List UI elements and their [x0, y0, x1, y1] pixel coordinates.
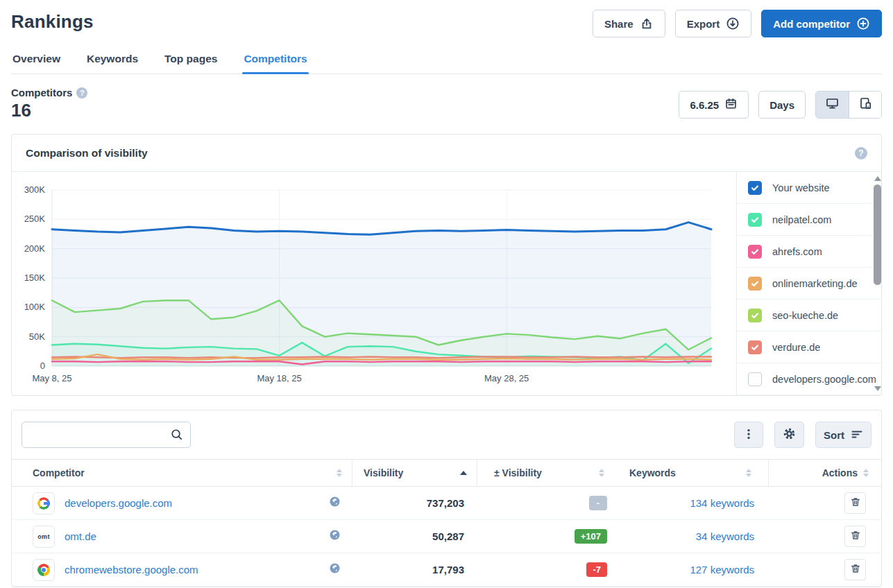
delete-button[interactable] — [844, 559, 866, 580]
add-competitor-label: Add competitor — [773, 18, 850, 30]
competitors-count-value: 16 — [11, 100, 87, 121]
visibility-chart: 300K250K200K150K100K50K0May 8, 25May 18,… — [12, 172, 736, 395]
legend-item[interactable]: neilpatel.com — [737, 204, 883, 236]
calendar-icon — [724, 97, 738, 112]
delete-button[interactable] — [844, 526, 866, 547]
omt-favicon: omt — [37, 533, 49, 540]
visibility-change-cell: +107 — [477, 529, 615, 544]
legend-checkbox[interactable] — [748, 181, 762, 195]
mobile-toggle-button[interactable] — [849, 92, 881, 118]
panel-help-icon[interactable]: ? — [855, 147, 867, 159]
date-value: 6.6.25 — [690, 99, 719, 111]
scrollbar-thumb[interactable] — [874, 184, 881, 285]
svg-text:May 8, 25: May 8, 25 — [32, 373, 71, 383]
visibility-value: 17,793 — [352, 564, 477, 576]
legend-item[interactable]: developers.google.com — [737, 363, 883, 395]
sort-arrows-icon[interactable] — [337, 469, 342, 477]
tab-overview[interactable]: Overview — [11, 47, 62, 74]
keywords-link[interactable]: 134 keywords — [690, 497, 754, 509]
svg-text:150K: 150K — [24, 273, 46, 283]
column-label: Actions — [822, 467, 858, 478]
keywords-cell: 34 keywords — [615, 530, 768, 542]
legend-checkbox[interactable] — [748, 245, 762, 259]
date-picker-button[interactable]: 6.6.25 — [679, 91, 749, 119]
svg-text:May 18, 25: May 18, 25 — [257, 373, 301, 383]
page-title: Rankings — [11, 8, 94, 33]
scroll-up-icon[interactable] — [874, 176, 881, 181]
competitor-link[interactable]: developers.google.com — [65, 497, 172, 509]
keywords-cell: 127 keywords — [615, 564, 768, 576]
visibility-change-cell: - — [477, 496, 615, 510]
svg-text:0: 0 — [40, 361, 45, 371]
tab-competitors[interactable]: Competitors — [242, 47, 308, 74]
legend-item[interactable]: verdure.de — [737, 331, 883, 363]
keywords-link[interactable]: 34 keywords — [696, 530, 754, 542]
help-icon[interactable]: ? — [76, 87, 87, 98]
tab-keywords[interactable]: Keywords — [85, 47, 139, 74]
legend-item[interactable]: seo-kueche.de — [737, 300, 883, 331]
visibility-value: 737,203 — [352, 497, 477, 509]
legend-label: Your website — [772, 182, 830, 193]
settings-button[interactable] — [774, 422, 804, 448]
scroll-down-icon[interactable] — [874, 386, 881, 391]
legend-checkbox[interactable] — [748, 340, 762, 354]
legend-item[interactable]: ahrefs.com — [737, 236, 883, 268]
visibility-panel-body: 300K250K200K150K100K50K0May 8, 25May 18,… — [12, 172, 881, 395]
trash-icon — [850, 496, 861, 510]
rankings-page: Rankings Share Export Add comp — [0, 0, 893, 587]
competitor-link[interactable]: chromewebstore.google.com — [65, 564, 198, 576]
legend-checkbox[interactable] — [748, 309, 762, 322]
svg-text:May 28, 25: May 28, 25 — [484, 373, 529, 383]
competitors-table: Competitor Visibility ± Visibility Keywo… — [12, 459, 881, 587]
desktop-toggle-button[interactable] — [816, 92, 849, 118]
competitor-link[interactable]: omt.de — [65, 530, 96, 542]
search-input[interactable] — [22, 422, 191, 448]
more-options-button[interactable] — [734, 422, 763, 448]
table-body: developers.google.com 737,203 - 134 keyw… — [12, 487, 881, 587]
column-header-visibility[interactable]: Visibility — [352, 460, 477, 486]
sort-arrows-icon[interactable] — [599, 469, 604, 477]
keywords-link[interactable]: 127 keywords — [690, 564, 754, 576]
change-badge: -7 — [586, 562, 607, 577]
column-header-keywords[interactable]: Keywords — [615, 460, 768, 486]
share-icon — [640, 17, 654, 31]
legend-checkbox[interactable] — [748, 213, 762, 227]
stats-row: Competitors ? 16 6.6.25 Days — [11, 87, 882, 121]
sort-arrows-icon[interactable] — [746, 469, 751, 477]
legend-scrollbar[interactable] — [873, 175, 882, 392]
sort-button[interactable]: Sort — [815, 422, 871, 448]
globe-icon[interactable] — [329, 562, 341, 577]
actions-cell — [768, 526, 881, 547]
legend-item[interactable]: Your website — [737, 172, 883, 204]
legend-label: neilpatel.com — [772, 214, 831, 225]
sort-asc-icon[interactable] — [460, 471, 467, 475]
competitor-cell: chromewebstore.google.com — [12, 559, 352, 581]
plus-circle-icon — [856, 17, 870, 31]
svg-text:300K: 300K — [24, 184, 46, 195]
trash-icon — [850, 563, 861, 576]
period-button[interactable]: Days — [758, 91, 806, 119]
sort-arrows-icon[interactable] — [863, 469, 869, 477]
legend-item[interactable]: onlinemarketing.de — [737, 268, 883, 300]
desktop-icon — [825, 96, 840, 113]
favicon — [33, 559, 55, 581]
column-header-actions[interactable]: Actions — [768, 460, 881, 486]
export-button[interactable]: Export — [675, 10, 752, 37]
legend-list: Your websiteneilpatel.comahrefs.comonlin… — [737, 172, 883, 395]
delete-button[interactable] — [844, 492, 866, 514]
share-button[interactable]: Share — [593, 10, 665, 37]
legend-checkbox[interactable] — [748, 372, 762, 386]
tab-top-pages[interactable]: Top pages — [163, 47, 219, 74]
column-header-competitor[interactable]: Competitor — [12, 460, 352, 486]
table-toolbar-buttons: Sort — [734, 422, 871, 448]
globe-icon[interactable] — [329, 529, 341, 544]
change-badge: +107 — [575, 529, 607, 544]
column-label: ± Visibility — [494, 467, 542, 478]
legend-checkbox[interactable] — [748, 277, 762, 291]
keywords-cell: 134 keywords — [615, 497, 768, 509]
column-header-change-visibility[interactable]: ± Visibility — [477, 460, 615, 486]
globe-icon[interactable] — [329, 496, 341, 510]
device-toggle — [815, 91, 882, 119]
actions-cell — [768, 559, 881, 580]
add-competitor-button[interactable]: Add competitor — [761, 10, 882, 37]
